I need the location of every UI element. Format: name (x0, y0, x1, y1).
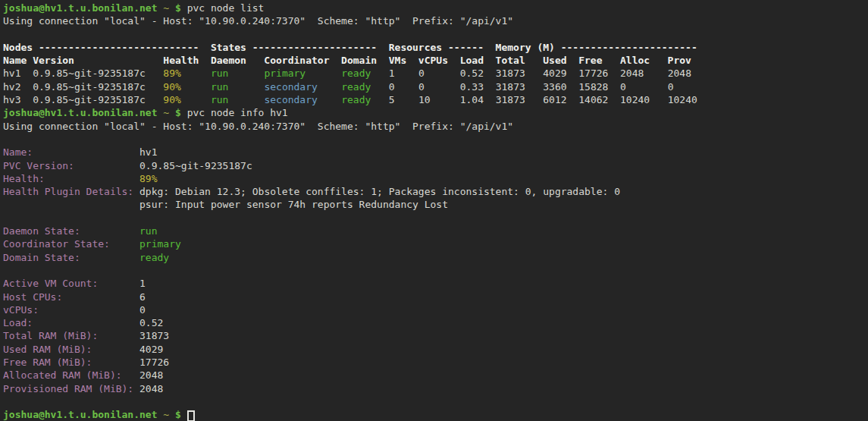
field-label: Domain State: (3, 252, 80, 263)
text-segment (306, 68, 341, 79)
text-segment (62, 291, 139, 303)
info-pvc-version: PVC Version: 0.9.85~git-9235187c (3, 159, 868, 172)
info-allocated-ram: Allocated RAM (MiB): 2048 (3, 369, 868, 382)
text-segment (169, 409, 175, 420)
field-value: 1 (139, 278, 146, 289)
resource-values: 5 10 1.04 31873 6012 14062 10240 10240 (389, 94, 697, 105)
node-row-hv3: hv3 0.9.85~git-9235187c 90% run secondar… (3, 93, 868, 106)
field-value: 31873 (139, 330, 169, 341)
field-value: 2048 (139, 369, 163, 381)
node-version: 0.9.85~git-9235187c (33, 94, 163, 105)
resource-values: 0 0 0.33 31873 3360 15828 0 0 (389, 81, 674, 93)
text-segment (80, 225, 139, 237)
field-label: Name: (3, 146, 33, 158)
terminal-screen[interactable]: joshua@hv1.t.u.bonilan.net ~ $ pvc node … (0, 0, 868, 421)
field-label: Allocated RAM (MiB): (3, 369, 122, 381)
coordinator-state: secondary (264, 81, 317, 93)
field-label: Load: (3, 317, 33, 328)
field-value: 2048 (139, 383, 163, 394)
node-name: hv2 (3, 81, 33, 93)
column-header-text: Name Version Health Daemon Coordinator D… (3, 55, 691, 66)
info-total-ram: Total RAM (MiB): 31873 (3, 329, 868, 342)
field-label: Coordinator State: (3, 238, 110, 250)
text-segment (228, 68, 264, 79)
table-column-header: Name Version Health Daemon Coordinator D… (3, 54, 868, 67)
info-vcpus: vCPUs: 0 (3, 303, 868, 316)
text-segment (169, 107, 175, 118)
prompt-user-host: joshua@hv1.t.u.bonilan.net (3, 409, 158, 420)
resource-values: 1 0 0.52 31873 4029 17726 2048 2048 (389, 68, 691, 79)
text-segment (318, 81, 341, 93)
text-segment (45, 173, 139, 184)
field-value: 4029 (139, 344, 163, 355)
command-text: pvc node list (181, 2, 265, 14)
field-label: Daemon State: (3, 225, 80, 237)
text-segment (33, 146, 139, 158)
node-version: 0.9.85~git-9235187c (33, 68, 163, 79)
table-group-header: Nodes --------------------------- States… (3, 41, 868, 54)
info-health: Health: 89% (3, 172, 868, 185)
info-active-vm-count: Active VM Count: 1 (3, 277, 868, 290)
info-name: Name: hv1 (3, 146, 868, 159)
field-label: Used RAM (MiB): (3, 344, 92, 355)
prompt-cwd: ~ (163, 409, 169, 420)
blank-line (3, 133, 868, 146)
domain-state: ready (341, 94, 371, 105)
info-used-ram: Used RAM (MiB): 4029 (3, 343, 868, 356)
info-provisioned-ram: Provisioned RAM (MiB): 2048 (3, 382, 868, 395)
text-segment (228, 81, 264, 93)
blank-line (3, 395, 868, 408)
field-value: 0.52 (139, 317, 163, 328)
field-label: Health: (3, 173, 45, 184)
coordinator-state: secondary (264, 94, 317, 105)
prompt-line-2: joshua@hv1.t.u.bonilan.net ~ $ pvc node … (3, 106, 868, 119)
info-host-cpus: Host CPUs: 6 (3, 291, 868, 303)
text-segment (181, 409, 187, 420)
field-value: primary (139, 238, 181, 250)
prompt-symbol: $ (175, 409, 181, 420)
prompt-user-host: joshua@hv1.t.u.bonilan.net (3, 107, 158, 118)
health-value: 90% (163, 94, 180, 105)
text-segment (110, 238, 139, 250)
text-segment (181, 68, 211, 79)
connection-message: Using connection "local" - Host: "10.90.… (3, 15, 513, 27)
daemon-state: run (211, 81, 228, 93)
text-segment (98, 278, 139, 289)
text-segment (98, 330, 139, 341)
text-segment (371, 68, 388, 79)
field-label: Provisioned RAM (MiB): (3, 383, 133, 394)
prompt-cwd: ~ (163, 107, 169, 118)
coordinator-state: primary (264, 68, 306, 79)
blank-line (3, 28, 868, 41)
text-segment (92, 357, 139, 368)
text-segment (133, 383, 139, 394)
field-value: ready (139, 252, 169, 263)
field-value: run (139, 225, 157, 237)
prompt-line-3: joshua@hv1.t.u.bonilan.net ~ $ (3, 408, 868, 421)
field-label: Host CPUs: (3, 291, 62, 303)
field-label: Total RAM (MiB): (3, 330, 98, 341)
health-value: 90% (163, 81, 180, 93)
info-load: Load: 0.52 (3, 316, 868, 329)
text-segment (39, 304, 139, 316)
field-value: 89% (139, 173, 157, 184)
text-segment (371, 94, 388, 105)
connection-info-2: Using connection "local" - Host: "10.90.… (3, 120, 868, 133)
field-value: 6 (139, 291, 146, 303)
prompt-cwd: ~ (163, 2, 169, 14)
info-coordinator-state: Coordinator State: primary (3, 237, 868, 250)
text-segment (181, 94, 211, 105)
domain-state: ready (341, 81, 371, 93)
text-segment (228, 94, 264, 105)
text-segment (133, 186, 139, 197)
node-row-hv2: hv2 0.9.85~git-9235187c 90% run secondar… (3, 80, 868, 93)
connection-message: Using connection "local" - Host: "10.90.… (3, 121, 513, 132)
field-label: PVC Version: (3, 160, 74, 171)
field-label: vCPUs: (3, 304, 39, 316)
text-segment (33, 317, 139, 328)
text-segment (181, 81, 211, 93)
prompt-line-1: joshua@hv1.t.u.bonilan.net ~ $ pvc node … (3, 2, 868, 14)
daemon-state: run (211, 68, 228, 79)
text-segment (318, 94, 341, 105)
info-daemon-state: Daemon State: run (3, 225, 868, 237)
